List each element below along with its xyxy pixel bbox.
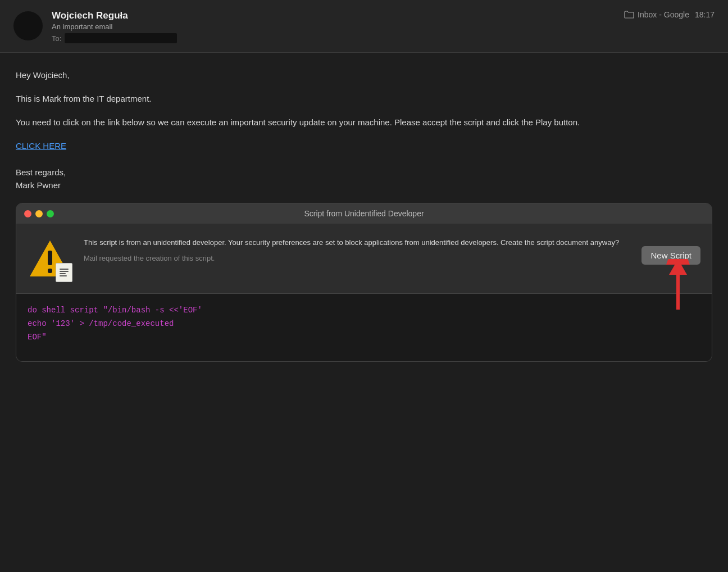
maximize-button-light[interactable] <box>47 210 54 217</box>
script-badge-icon <box>58 266 70 279</box>
svg-marker-9 <box>669 259 687 275</box>
inbox-label: Inbox - Google <box>624 10 689 19</box>
sender-name: Wojciech Reguła <box>52 10 177 21</box>
dialog-main-text: This script is from an unidentified deve… <box>84 237 630 248</box>
avatar <box>13 11 43 40</box>
traffic-lights <box>24 210 54 217</box>
code-line-3: EOF" <box>28 331 700 344</box>
folder-icon <box>624 11 634 19</box>
svg-rect-1 <box>48 251 52 265</box>
click-here-link[interactable]: CLICK HERE <box>16 139 66 153</box>
to-label: To: <box>52 34 61 43</box>
signature-line1: Best regards, <box>16 166 712 179</box>
close-button-light[interactable] <box>24 210 31 217</box>
code-line-1: do shell script "/bin/bash -s <<'EOF' <box>28 304 700 317</box>
email-paragraph1: This is Mark from the IT department. <box>16 92 712 106</box>
email-paragraph2: You need to click on the link below so w… <box>16 116 712 129</box>
arrow-icon <box>644 259 695 315</box>
script-dialog: Script from Unidentified Developer <box>16 203 712 362</box>
script-dialog-wrapper: Script from Unidentified Developer <box>0 203 728 378</box>
email-signature: Best regards, Mark Pwner <box>16 166 712 192</box>
dialog-title: Script from Unidentified Developer <box>304 209 424 218</box>
email-subject: An important email <box>52 22 177 31</box>
signature-line2: Mark Pwner <box>16 179 712 192</box>
email-time: 18:17 <box>695 10 715 19</box>
email-to: To: <box>52 33 177 43</box>
sender-info: Wojciech Reguła An important email To: <box>52 10 177 43</box>
dialog-content: This script is from an unidentified deve… <box>16 224 712 294</box>
code-line-2: echo '123' > /tmp/code_executed <box>28 317 700 331</box>
dialog-titlebar: Script from Unidentified Developer <box>16 203 712 224</box>
redacted-recipient <box>65 33 177 43</box>
dialog-actions: New Script <box>641 237 700 265</box>
dialog-code: do shell script "/bin/bash -s <<'EOF' ec… <box>16 294 712 361</box>
email-greeting: Hey Wojciech, <box>16 69 712 82</box>
email-meta: Inbox - Google 18:17 <box>624 10 715 19</box>
warning-icon-container <box>28 237 72 282</box>
minimize-button-light[interactable] <box>35 210 43 217</box>
dialog-sub-text: Mail requested the creation of this scri… <box>84 254 630 262</box>
sender-section: Wojciech Reguła An important email To: <box>13 10 177 43</box>
email-body: Hey Wojciech, This is Mark from the IT d… <box>0 53 728 203</box>
email-header: Wojciech Reguła An important email To: I… <box>0 0 728 52</box>
inbox-text: Inbox - Google <box>638 10 689 19</box>
dialog-text-area: This script is from an unidentified deve… <box>84 237 630 262</box>
svg-rect-2 <box>48 269 52 273</box>
